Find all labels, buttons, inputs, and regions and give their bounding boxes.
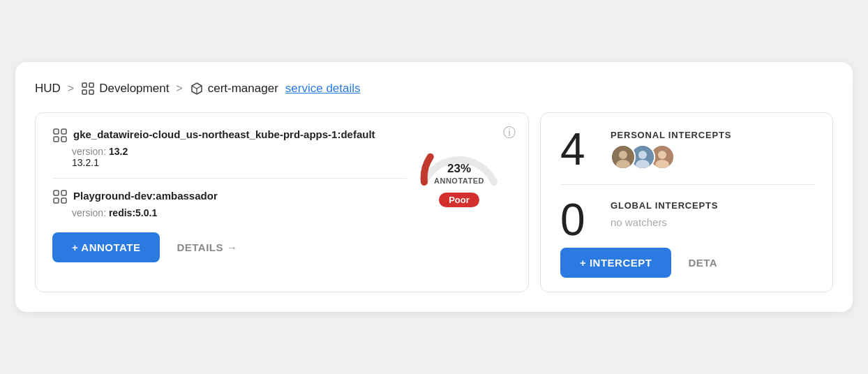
service-entry-1: gke_datawireio-cloud_us-northeast_kube-p… bbox=[52, 127, 407, 179]
svg-rect-10 bbox=[54, 137, 59, 142]
gauge-container: 23% ANNOTATED bbox=[414, 130, 504, 186]
service-entry-2: Playground-dev:ambassador version: redis… bbox=[52, 188, 407, 218]
svg-rect-8 bbox=[54, 129, 59, 134]
svg-point-23 bbox=[658, 151, 666, 159]
personal-info: PERSONAL INTERCEPTS bbox=[611, 127, 731, 170]
breadcrumb-service: cert-manager bbox=[190, 82, 278, 96]
global-info: GLOBAL INTERCEPTS no watchers bbox=[611, 197, 718, 228]
left-card-body: gke_datawireio-cloud_us-northeast_kube-p… bbox=[52, 127, 511, 218]
service2-icon bbox=[52, 189, 68, 204]
service2-version: version: redis:5.0.1 bbox=[72, 207, 407, 218]
global-count: 0 bbox=[560, 197, 597, 242]
gauge-label: 23% ANNOTATED bbox=[434, 162, 484, 186]
right-card: 4 PERSONAL INTERCEPTS bbox=[540, 112, 833, 292]
svg-rect-14 bbox=[54, 198, 59, 203]
breadcrumb-development: Development bbox=[81, 82, 169, 96]
global-title: GLOBAL INTERCEPTS bbox=[611, 200, 718, 211]
left-card: ⓘ gke_datawireio-clou bbox=[35, 112, 529, 292]
main-card: HUD > Development > cert-manager serv bbox=[15, 62, 853, 312]
annotate-button[interactable]: + ANNOTATE bbox=[52, 232, 160, 262]
svg-rect-13 bbox=[61, 190, 66, 195]
breadcrumb-sep1: > bbox=[68, 82, 74, 95]
cards-row: ⓘ gke_datawireio-clou bbox=[35, 112, 833, 292]
no-watchers: no watchers bbox=[611, 216, 718, 228]
service1-icon bbox=[52, 128, 68, 143]
details-button-left[interactable]: DETAILS → bbox=[177, 241, 237, 253]
personal-intercepts-section: 4 PERSONAL INTERCEPTS bbox=[560, 127, 816, 185]
service1-version: version: 13.2 bbox=[72, 146, 407, 157]
breadcrumb-sep2: > bbox=[176, 82, 182, 95]
service-name-2: Playground-dev:ambassador bbox=[52, 188, 407, 204]
details-button-right[interactable]: DETA bbox=[688, 257, 717, 269]
personal-count: 4 bbox=[560, 127, 597, 172]
personal-title: PERSONAL INTERCEPTS bbox=[611, 130, 731, 140]
svg-line-6 bbox=[197, 86, 202, 89]
svg-point-17 bbox=[619, 151, 627, 159]
service2-name: Playground-dev:ambassador bbox=[73, 188, 218, 203]
avatars-row bbox=[611, 144, 731, 170]
global-intercepts-section: 0 GLOBAL INTERCEPTS no watchers bbox=[560, 197, 816, 242]
poor-badge: Poor bbox=[439, 193, 479, 207]
service-details-link[interactable]: service details bbox=[285, 82, 361, 96]
svg-rect-9 bbox=[61, 129, 66, 134]
breadcrumb-hud: HUD bbox=[35, 82, 61, 96]
service-icon bbox=[190, 82, 204, 96]
intercept-button[interactable]: + INTERCEPT bbox=[560, 248, 671, 278]
left-card-footer: + ANNOTATE DETAILS → bbox=[52, 232, 511, 262]
svg-rect-0 bbox=[82, 83, 87, 87]
breadcrumb: HUD > Development > cert-manager serv bbox=[35, 82, 833, 96]
svg-rect-12 bbox=[54, 190, 59, 195]
svg-rect-2 bbox=[82, 90, 87, 94]
svg-rect-3 bbox=[89, 90, 93, 94]
service-name-1: gke_datawireio-cloud_us-northeast_kube-p… bbox=[52, 127, 407, 143]
left-info: gke_datawireio-cloud_us-northeast_kube-p… bbox=[52, 127, 407, 218]
service1-version-sub: 13.2.1 bbox=[72, 157, 407, 168]
namespace-icon bbox=[81, 82, 95, 96]
right-card-footer: + INTERCEPT DETA bbox=[560, 248, 816, 278]
avatar-1 bbox=[611, 144, 636, 170]
gauge-wrap: 23% ANNOTATED Poor bbox=[407, 127, 511, 207]
svg-rect-11 bbox=[61, 137, 66, 142]
svg-point-20 bbox=[638, 151, 647, 159]
info-icon[interactable]: ⓘ bbox=[503, 124, 516, 141]
service1-name: gke_datawireio-cloud_us-northeast_kube-p… bbox=[73, 127, 375, 142]
svg-line-5 bbox=[192, 86, 197, 89]
svg-rect-15 bbox=[61, 198, 66, 203]
avatar1-img bbox=[612, 146, 634, 168]
svg-rect-1 bbox=[89, 83, 93, 87]
